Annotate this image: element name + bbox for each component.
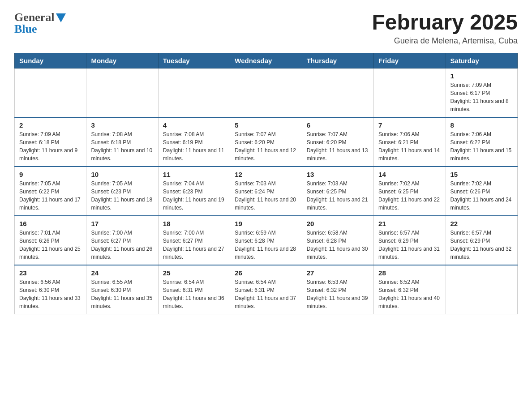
day-info: Sunrise: 6:57 AM Sunset: 6:29 PM Dayligh… bbox=[450, 229, 513, 261]
day-number: 3 bbox=[91, 121, 153, 129]
day-number: 5 bbox=[235, 121, 297, 129]
day-number: 1 bbox=[450, 72, 513, 80]
day-info: Sunrise: 6:56 AM Sunset: 6:30 PM Dayligh… bbox=[19, 278, 82, 310]
day-number: 23 bbox=[19, 269, 82, 277]
day-number: 9 bbox=[19, 171, 82, 178]
page-header: General Blue February 2025 Gueira de Mel… bbox=[14, 11, 518, 46]
logo-arrow-icon bbox=[56, 13, 66, 22]
table-row: 19Sunrise: 6:59 AM Sunset: 6:28 PM Dayli… bbox=[230, 216, 302, 265]
table-row bbox=[15, 68, 86, 117]
month-title: February 2025 bbox=[372, 11, 518, 34]
calendar-week-row: 2Sunrise: 7:09 AM Sunset: 6:18 PM Daylig… bbox=[15, 117, 518, 167]
day-number: 2 bbox=[19, 121, 82, 129]
day-number: 8 bbox=[450, 121, 513, 129]
table-row: 21Sunrise: 6:57 AM Sunset: 6:29 PM Dayli… bbox=[374, 216, 446, 265]
calendar-week-row: 16Sunrise: 7:01 AM Sunset: 6:26 PM Dayli… bbox=[15, 216, 518, 265]
table-row: 8Sunrise: 7:06 AM Sunset: 6:22 PM Daylig… bbox=[446, 117, 517, 167]
col-tuesday: Tuesday bbox=[158, 53, 230, 68]
day-number: 6 bbox=[307, 121, 369, 129]
day-info: Sunrise: 7:02 AM Sunset: 6:25 PM Dayligh… bbox=[378, 180, 441, 212]
table-row: 7Sunrise: 7:06 AM Sunset: 6:21 PM Daylig… bbox=[374, 117, 446, 167]
day-info: Sunrise: 7:06 AM Sunset: 6:22 PM Dayligh… bbox=[450, 130, 513, 163]
table-row: 25Sunrise: 6:54 AM Sunset: 6:31 PM Dayli… bbox=[158, 265, 230, 314]
day-info: Sunrise: 6:59 AM Sunset: 6:28 PM Dayligh… bbox=[235, 229, 297, 261]
table-row bbox=[86, 68, 158, 117]
table-row: 27Sunrise: 6:53 AM Sunset: 6:32 PM Dayli… bbox=[302, 265, 373, 314]
table-row bbox=[374, 68, 446, 117]
table-row: 6Sunrise: 7:07 AM Sunset: 6:20 PM Daylig… bbox=[302, 117, 373, 167]
day-info: Sunrise: 7:09 AM Sunset: 6:18 PM Dayligh… bbox=[19, 130, 82, 163]
day-number: 25 bbox=[163, 269, 225, 277]
table-row: 24Sunrise: 6:55 AM Sunset: 6:30 PM Dayli… bbox=[86, 265, 158, 314]
day-info: Sunrise: 7:02 AM Sunset: 6:26 PM Dayligh… bbox=[450, 180, 513, 212]
table-row: 12Sunrise: 7:03 AM Sunset: 6:24 PM Dayli… bbox=[230, 167, 302, 216]
table-row: 10Sunrise: 7:05 AM Sunset: 6:23 PM Dayli… bbox=[86, 167, 158, 216]
day-number: 18 bbox=[163, 220, 225, 227]
table-row: 18Sunrise: 7:00 AM Sunset: 6:27 PM Dayli… bbox=[158, 216, 230, 265]
table-row bbox=[446, 265, 517, 314]
table-row: 14Sunrise: 7:02 AM Sunset: 6:25 PM Dayli… bbox=[374, 167, 446, 216]
day-number: 21 bbox=[378, 220, 441, 227]
table-row: 16Sunrise: 7:01 AM Sunset: 6:26 PM Dayli… bbox=[15, 216, 86, 265]
day-number: 17 bbox=[91, 220, 153, 227]
location-subtitle: Gueira de Melena, Artemisa, Cuba bbox=[372, 36, 518, 46]
day-number: 12 bbox=[235, 171, 297, 178]
day-info: Sunrise: 7:08 AM Sunset: 6:18 PM Dayligh… bbox=[91, 130, 153, 163]
day-number: 11 bbox=[163, 171, 225, 178]
logo-blue-text: Blue bbox=[14, 22, 37, 36]
day-number: 22 bbox=[450, 220, 513, 227]
day-info: Sunrise: 7:01 AM Sunset: 6:26 PM Dayligh… bbox=[19, 229, 82, 261]
title-block: February 2025 Gueira de Melena, Artemisa… bbox=[372, 11, 518, 46]
day-info: Sunrise: 7:04 AM Sunset: 6:23 PM Dayligh… bbox=[163, 180, 225, 212]
calendar-header-row: Sunday Monday Tuesday Wednesday Thursday… bbox=[15, 53, 518, 68]
svg-marker-0 bbox=[56, 13, 66, 22]
table-row: 3Sunrise: 7:08 AM Sunset: 6:18 PM Daylig… bbox=[86, 117, 158, 167]
table-row: 9Sunrise: 7:05 AM Sunset: 6:22 PM Daylig… bbox=[15, 167, 86, 216]
table-row bbox=[302, 68, 373, 117]
table-row: 11Sunrise: 7:04 AM Sunset: 6:23 PM Dayli… bbox=[158, 167, 230, 216]
day-info: Sunrise: 7:07 AM Sunset: 6:20 PM Dayligh… bbox=[235, 130, 297, 163]
col-friday: Friday bbox=[374, 53, 446, 68]
day-info: Sunrise: 6:53 AM Sunset: 6:32 PM Dayligh… bbox=[307, 278, 369, 310]
day-number: 7 bbox=[378, 121, 441, 129]
day-info: Sunrise: 7:00 AM Sunset: 6:27 PM Dayligh… bbox=[163, 229, 225, 261]
table-row: 22Sunrise: 6:57 AM Sunset: 6:29 PM Dayli… bbox=[446, 216, 517, 265]
table-row bbox=[230, 68, 302, 117]
day-number: 15 bbox=[450, 171, 513, 178]
table-row: 5Sunrise: 7:07 AM Sunset: 6:20 PM Daylig… bbox=[230, 117, 302, 167]
day-info: Sunrise: 7:03 AM Sunset: 6:24 PM Dayligh… bbox=[235, 180, 297, 212]
day-info: Sunrise: 6:57 AM Sunset: 6:29 PM Dayligh… bbox=[378, 229, 441, 261]
day-number: 19 bbox=[235, 220, 297, 227]
day-number: 14 bbox=[378, 171, 441, 178]
table-row: 13Sunrise: 7:03 AM Sunset: 6:25 PM Dayli… bbox=[302, 167, 373, 216]
day-info: Sunrise: 7:08 AM Sunset: 6:19 PM Dayligh… bbox=[163, 130, 225, 163]
table-row: 28Sunrise: 6:52 AM Sunset: 6:32 PM Dayli… bbox=[374, 265, 446, 314]
col-wednesday: Wednesday bbox=[230, 53, 302, 68]
col-saturday: Saturday bbox=[446, 53, 517, 68]
calendar-week-row: 1Sunrise: 7:09 AM Sunset: 6:17 PM Daylig… bbox=[15, 68, 518, 117]
table-row: 23Sunrise: 6:56 AM Sunset: 6:30 PM Dayli… bbox=[15, 265, 86, 314]
table-row: 15Sunrise: 7:02 AM Sunset: 6:26 PM Dayli… bbox=[446, 167, 517, 216]
day-number: 16 bbox=[19, 220, 82, 227]
table-row bbox=[158, 68, 230, 117]
calendar-week-row: 9Sunrise: 7:05 AM Sunset: 6:22 PM Daylig… bbox=[15, 167, 518, 216]
calendar-week-row: 23Sunrise: 6:56 AM Sunset: 6:30 PM Dayli… bbox=[15, 265, 518, 314]
col-sunday: Sunday bbox=[15, 53, 86, 68]
table-row: 17Sunrise: 7:00 AM Sunset: 6:27 PM Dayli… bbox=[86, 216, 158, 265]
table-row: 20Sunrise: 6:58 AM Sunset: 6:28 PM Dayli… bbox=[302, 216, 373, 265]
table-row: 4Sunrise: 7:08 AM Sunset: 6:19 PM Daylig… bbox=[158, 117, 230, 167]
day-number: 13 bbox=[307, 171, 369, 178]
day-info: Sunrise: 7:05 AM Sunset: 6:22 PM Dayligh… bbox=[19, 180, 82, 212]
day-number: 10 bbox=[91, 171, 153, 178]
day-info: Sunrise: 6:58 AM Sunset: 6:28 PM Dayligh… bbox=[307, 229, 369, 261]
day-number: 24 bbox=[91, 269, 153, 277]
day-number: 27 bbox=[307, 269, 369, 277]
day-info: Sunrise: 7:05 AM Sunset: 6:23 PM Dayligh… bbox=[91, 180, 153, 212]
day-info: Sunrise: 7:00 AM Sunset: 6:27 PM Dayligh… bbox=[91, 229, 153, 261]
day-info: Sunrise: 6:52 AM Sunset: 6:32 PM Dayligh… bbox=[378, 278, 441, 310]
day-number: 26 bbox=[235, 269, 297, 277]
day-number: 28 bbox=[378, 269, 441, 277]
calendar-table: Sunday Monday Tuesday Wednesday Thursday… bbox=[14, 53, 518, 314]
table-row: 1Sunrise: 7:09 AM Sunset: 6:17 PM Daylig… bbox=[446, 68, 517, 117]
day-info: Sunrise: 6:55 AM Sunset: 6:30 PM Dayligh… bbox=[91, 278, 153, 310]
